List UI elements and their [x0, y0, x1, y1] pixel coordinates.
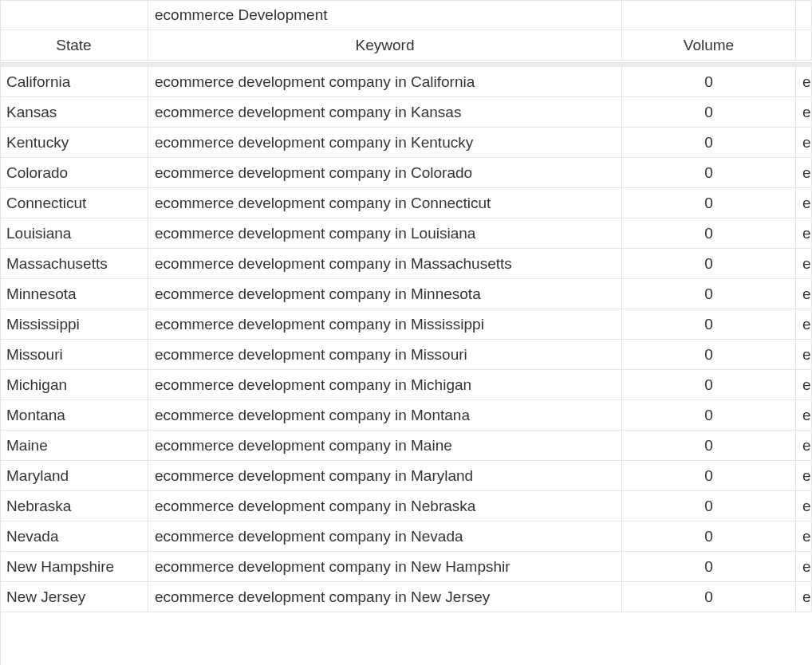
- table-row-trailing[interactable]: e: [796, 552, 812, 582]
- table-row-volume[interactable]: 0: [622, 491, 796, 521]
- cell-empty-title-volume[interactable]: [622, 0, 796, 30]
- table-row-trailing[interactable]: e: [796, 218, 812, 249]
- table-row-state[interactable]: Missouri: [0, 340, 148, 370]
- table-row-keyword[interactable]: ecommerce development company in Massach…: [148, 249, 622, 279]
- table-row-state[interactable]: California: [0, 67, 148, 97]
- table-row-keyword[interactable]: ecommerce development company in Missour…: [148, 340, 622, 370]
- table-row-volume[interactable]: 0: [622, 158, 796, 188]
- table-row-trailing[interactable]: e: [796, 521, 812, 552]
- table-row-keyword[interactable]: ecommerce development company in Nevada: [148, 521, 622, 552]
- table-row-state[interactable]: Nevada: [0, 521, 148, 552]
- table-row-trailing[interactable]: e: [796, 67, 812, 97]
- table-row-volume[interactable]: 0: [622, 309, 796, 340]
- table-row-state[interactable]: Kentucky: [0, 128, 148, 158]
- cell-trailing-title[interactable]: [796, 0, 812, 30]
- table-row-keyword[interactable]: ecommerce development company in Connect…: [148, 188, 622, 218]
- cell-empty-title-state[interactable]: [0, 0, 148, 30]
- table-row-trailing[interactable]: e: [796, 158, 812, 188]
- cell-title[interactable]: ecommerce Development: [148, 0, 622, 30]
- table-row-volume[interactable]: 0: [622, 521, 796, 552]
- table-row-trailing[interactable]: e: [796, 491, 812, 521]
- table-row-keyword[interactable]: ecommerce development company in Marylan…: [148, 461, 622, 491]
- table-row-keyword[interactable]: ecommerce development company in Maine: [148, 431, 622, 461]
- table-row-volume[interactable]: 0: [622, 128, 796, 158]
- table-row-state[interactable]: New Hampshire: [0, 552, 148, 582]
- table-row-volume[interactable]: 0: [622, 218, 796, 249]
- table-row-trailing[interactable]: e: [796, 97, 812, 128]
- table-row-volume[interactable]: 0: [622, 461, 796, 491]
- table-row-trailing[interactable]: e: [796, 582, 812, 612]
- table-row-volume[interactable]: 0: [622, 188, 796, 218]
- table-row-volume[interactable]: 0: [622, 67, 796, 97]
- table-row-trailing[interactable]: e: [796, 128, 812, 158]
- table-row-volume[interactable]: 0: [622, 249, 796, 279]
- table-row-trailing[interactable]: e: [796, 249, 812, 279]
- table-row-trailing[interactable]: e: [796, 431, 812, 461]
- table-row-keyword[interactable]: ecommerce development company in Michiga…: [148, 370, 622, 400]
- table-row-trailing[interactable]: e: [796, 400, 812, 431]
- table-row-trailing[interactable]: e: [796, 461, 812, 491]
- table-row-state[interactable]: Louisiana: [0, 218, 148, 249]
- table-row-trailing[interactable]: e: [796, 340, 812, 370]
- table-row-volume[interactable]: 0: [622, 340, 796, 370]
- table-row-keyword[interactable]: ecommerce development company in Kentuck…: [148, 128, 622, 158]
- table-row-volume[interactable]: 0: [622, 97, 796, 128]
- table-row-state[interactable]: Maine: [0, 431, 148, 461]
- table-row-keyword[interactable]: ecommerce development company in Louisia…: [148, 218, 622, 249]
- frozen-row-separator: [0, 62, 812, 67]
- table-row-keyword[interactable]: ecommerce development company in New Jer…: [148, 582, 622, 612]
- table-row-state[interactable]: Minnesota: [0, 279, 148, 309]
- table-row-state[interactable]: Connecticut: [0, 188, 148, 218]
- table-row-state[interactable]: Kansas: [0, 97, 148, 128]
- table-row-volume[interactable]: 0: [622, 400, 796, 431]
- table-row-keyword[interactable]: ecommerce development company in Kansas: [148, 97, 622, 128]
- table-row-state[interactable]: Maryland: [0, 461, 148, 491]
- table-row-keyword[interactable]: ecommerce development company in New Ham…: [148, 552, 622, 582]
- table-row-volume[interactable]: 0: [622, 279, 796, 309]
- table-row-volume[interactable]: 0: [622, 431, 796, 461]
- table-row-keyword[interactable]: ecommerce development company in Mississ…: [148, 309, 622, 340]
- table-row-state[interactable]: Michigan: [0, 370, 148, 400]
- table-row-trailing[interactable]: e: [796, 370, 812, 400]
- table-row-trailing[interactable]: e: [796, 188, 812, 218]
- table-row-trailing[interactable]: e: [796, 279, 812, 309]
- header-state[interactable]: State: [0, 30, 148, 61]
- table-row-volume[interactable]: 0: [622, 370, 796, 400]
- table-row-state[interactable]: Colorado: [0, 158, 148, 188]
- table-row-volume[interactable]: 0: [622, 582, 796, 612]
- table-row-state[interactable]: Montana: [0, 400, 148, 431]
- table-row-state[interactable]: Nebraska: [0, 491, 148, 521]
- table-row-volume[interactable]: 0: [622, 552, 796, 582]
- table-row-state[interactable]: Mississippi: [0, 309, 148, 340]
- header-keyword[interactable]: Keyword: [148, 30, 622, 61]
- table-row-keyword[interactable]: ecommerce development company in Minneso…: [148, 279, 622, 309]
- table-row-keyword[interactable]: ecommerce development company in Califor…: [148, 67, 622, 97]
- table-row-state[interactable]: New Jersey: [0, 582, 148, 612]
- table-row-trailing[interactable]: e: [796, 309, 812, 340]
- table-row-keyword[interactable]: ecommerce development company in Nebrask…: [148, 491, 622, 521]
- header-volume[interactable]: Volume: [622, 30, 796, 61]
- table-row-keyword[interactable]: ecommerce development company in Montana: [148, 400, 622, 431]
- table-row-keyword[interactable]: ecommerce development company in Colorad…: [148, 158, 622, 188]
- header-trailing[interactable]: [796, 30, 812, 61]
- table-row-state[interactable]: Massachusetts: [0, 249, 148, 279]
